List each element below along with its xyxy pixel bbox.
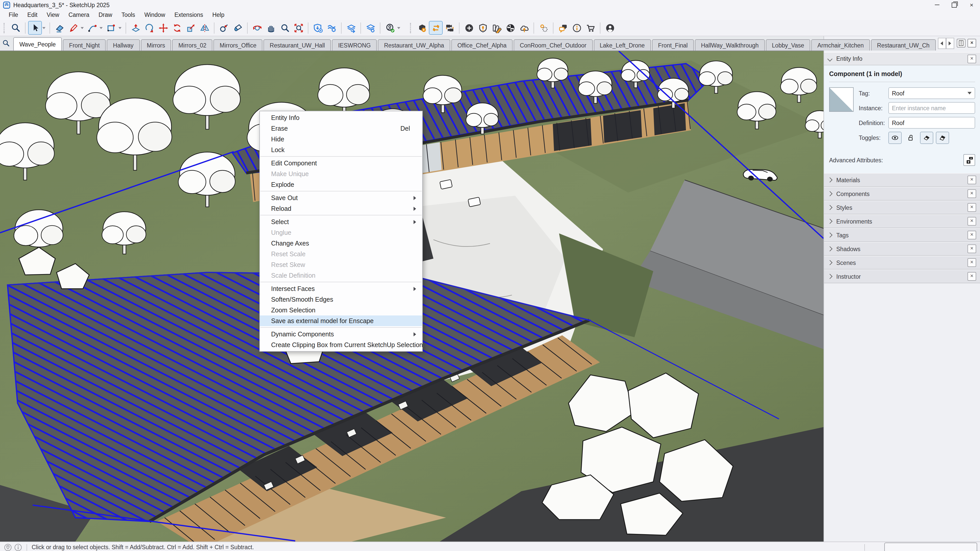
cart-button[interactable] xyxy=(584,21,597,35)
section-close-icon[interactable]: × xyxy=(967,258,976,267)
section-close-icon[interactable]: × xyxy=(967,203,976,212)
toolbar-drag-handle[interactable] xyxy=(3,23,6,33)
restore-button[interactable] xyxy=(945,0,963,10)
context-item-hide[interactable]: Hide xyxy=(260,134,422,144)
waves-gear-button[interactable] xyxy=(325,21,339,35)
pencil-button[interactable] xyxy=(66,21,80,35)
scene-tab-ieswrong[interactable]: IESWRONG xyxy=(332,39,377,51)
avatar-button[interactable] xyxy=(603,21,617,35)
context-item-soften-smooth-edges[interactable]: Soften/Smooth Edges xyxy=(260,294,422,305)
scene-tab-mirrors-02[interactable]: Mirrors_02 xyxy=(172,39,213,51)
section-close-icon[interactable]: × xyxy=(967,272,976,281)
close-button[interactable]: × xyxy=(963,0,980,10)
scene-tab-hallway-walkthrough[interactable]: HallWay_Walkthrough xyxy=(695,39,765,51)
gears-settings-button[interactable] xyxy=(536,21,550,35)
arc-button[interactable] xyxy=(85,21,99,35)
tabs-scroll-right-button[interactable] xyxy=(946,38,954,49)
tray-close-button[interactable]: × xyxy=(967,38,976,47)
tray-pin-button[interactable] xyxy=(957,38,966,47)
menu-item-extensions[interactable]: Extensions xyxy=(170,11,208,19)
move-button[interactable] xyxy=(156,21,170,35)
context-item-create-clipping-box-from-current-sketchup-selection[interactable]: Create Clipping Box from Current SketchU… xyxy=(260,340,422,350)
select-arrow-dropdown-icon[interactable] xyxy=(42,27,45,29)
scene-tab-restaurant-uw-ch[interactable]: Restaurant_UW_Ch xyxy=(871,39,936,51)
orbit-button[interactable] xyxy=(250,21,264,35)
account-check-button[interactable] xyxy=(383,21,397,35)
enscape-render-button[interactable] xyxy=(415,21,429,35)
context-item-dynamic-components[interactable]: Dynamic Components xyxy=(260,329,422,340)
geolocation-icon[interactable] xyxy=(4,543,12,551)
scene-tab-front-night[interactable]: Front_Night xyxy=(63,39,106,51)
camera-sync-button[interactable] xyxy=(443,21,457,35)
rotate-button[interactable] xyxy=(170,21,184,35)
context-item-entity-info[interactable]: Entity Info xyxy=(260,112,422,123)
instance-input[interactable] xyxy=(888,102,975,114)
context-item-save-out[interactable]: Save Out xyxy=(260,192,422,203)
layers-gear-button[interactable] xyxy=(364,21,377,35)
zoom-tool-button[interactable] xyxy=(9,21,22,35)
tray-section-scenes[interactable]: Scenes× xyxy=(824,256,980,270)
scene-tab-hallway[interactable]: Hallway xyxy=(107,39,140,51)
menu-item-file[interactable]: File xyxy=(4,11,23,19)
add-circle-button[interactable] xyxy=(462,21,476,35)
rectangle-button[interactable] xyxy=(104,21,118,35)
tray-section-instructor[interactable]: Instructor× xyxy=(824,270,980,283)
viewport-3d[interactable]: Entity InfoEraseDelHideLockEdit Componen… xyxy=(0,51,824,541)
material-palette-button[interactable] xyxy=(490,21,503,35)
pencil-dropdown-icon[interactable] xyxy=(81,27,84,29)
tray-section-shadows[interactable]: Shadows× xyxy=(824,242,980,256)
shield-download-button[interactable] xyxy=(311,21,325,35)
context-item-select[interactable]: Select xyxy=(260,216,422,227)
entity-info-header[interactable]: Entity Info × xyxy=(824,52,980,65)
arc-dropdown-icon[interactable] xyxy=(100,27,103,29)
menu-item-window[interactable]: Window xyxy=(140,11,170,19)
toolbar-drag-handle[interactable] xyxy=(410,23,413,33)
toggle-cast-shadows-button[interactable] xyxy=(920,132,933,144)
context-item-erase[interactable]: EraseDel xyxy=(260,123,422,134)
advanced-attributes-expand-button[interactable] xyxy=(963,154,975,166)
scene-search-button[interactable] xyxy=(2,38,10,49)
zoom-extents-button[interactable] xyxy=(291,21,305,35)
tray-section-tags[interactable]: Tags× xyxy=(824,228,980,242)
scene-tab-armchair-kitchen[interactable]: Armchair_Kitchen xyxy=(811,39,870,51)
menu-item-tools[interactable]: Tools xyxy=(117,11,140,19)
toggle-unlocked-button[interactable] xyxy=(904,132,918,144)
account-check-dropdown-icon[interactable] xyxy=(397,27,400,29)
context-item-edit-component[interactable]: Edit Component xyxy=(260,158,422,168)
tray-section-environments[interactable]: Environments× xyxy=(824,214,980,228)
menu-item-edit[interactable]: Edit xyxy=(23,11,42,19)
menu-item-help[interactable]: Help xyxy=(208,11,229,19)
scene-tab-office-chef-alpha[interactable]: Office_Chef_Alpha xyxy=(451,39,513,51)
scene-tab-front-final[interactable]: Front_Final xyxy=(652,39,694,51)
menu-item-draw[interactable]: Draw xyxy=(94,11,117,19)
section-close-icon[interactable]: × xyxy=(967,189,976,198)
context-item-reload[interactable]: Reload xyxy=(260,203,422,214)
checker-sphere-button[interactable] xyxy=(503,21,517,35)
context-item-zoom-selection[interactable]: Zoom Selection xyxy=(260,305,422,316)
push-pull-button[interactable] xyxy=(129,21,142,35)
feedback-chat-button[interactable] xyxy=(556,21,570,35)
menu-item-view[interactable]: View xyxy=(42,11,64,19)
context-item-lock[interactable]: Lock xyxy=(260,144,422,155)
tape-measure-button[interactable] xyxy=(217,21,231,35)
eraser-button[interactable] xyxy=(52,21,66,35)
scene-tab-mirrors-office[interactable]: Mirrors_Office xyxy=(214,39,262,51)
toggle-visible-eye-button[interactable] xyxy=(888,132,902,144)
paint-bucket-button[interactable] xyxy=(231,21,245,35)
tray-section-materials[interactable]: Materials× xyxy=(824,173,980,187)
tray-section-components[interactable]: Components× xyxy=(824,187,980,201)
toggle-receive-shadows-button[interactable] xyxy=(936,132,949,144)
enscape-objects-button[interactable] xyxy=(476,21,490,35)
menu-item-camera[interactable]: Camera xyxy=(64,11,94,19)
entity-info-close-icon[interactable]: × xyxy=(967,54,976,63)
scene-tab-lobby-vase[interactable]: Lobby_Vase xyxy=(766,39,810,51)
help-info-icon[interactable] xyxy=(14,543,22,551)
measurements-input[interactable] xyxy=(884,542,977,551)
rectangle-dropdown-icon[interactable] xyxy=(118,27,121,29)
layers-export-button[interactable] xyxy=(344,21,358,35)
section-close-icon[interactable]: × xyxy=(967,217,976,225)
scene-tab-restaurant-uw-hall[interactable]: Restaurant_UW_Hall xyxy=(264,39,331,51)
zoom-button[interactable] xyxy=(278,21,291,35)
scene-tab-restaurant-uw-alpha[interactable]: Restaurant_UW_Alpha xyxy=(378,39,450,51)
tag-select[interactable]: Roof xyxy=(888,87,975,99)
